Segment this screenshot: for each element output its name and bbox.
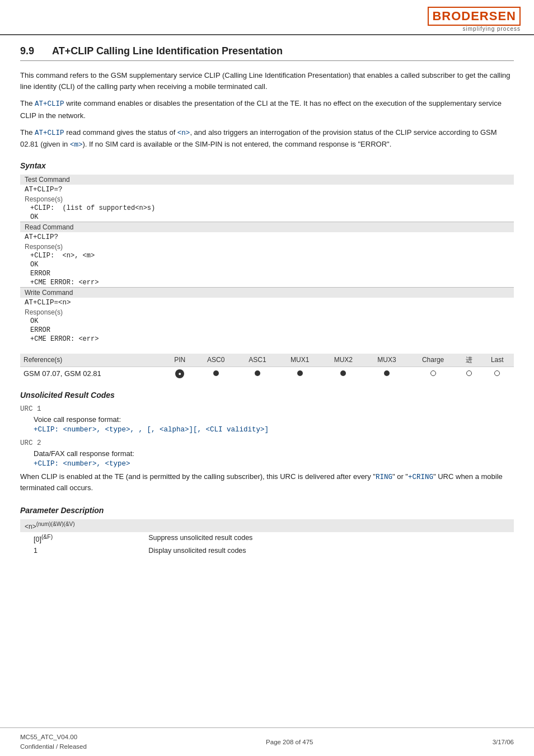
ref-col-charge: Charge xyxy=(409,354,458,367)
intro-para3-code: AT+CLIP xyxy=(35,129,64,137)
test-resp-label: Response(s) xyxy=(20,195,514,204)
urc2-body: When CLIP is enabled at the TE (and is p… xyxy=(20,471,514,494)
logo-box: BRODERSEN xyxy=(428,7,521,26)
urc2-code: +CLIP: <number>, <type> xyxy=(34,460,514,468)
page-footer: MC55_ATC_V04.00 Confidential / Released … xyxy=(0,727,534,757)
logo-name: BRODERSEN xyxy=(432,9,516,23)
ref-col-last: Last xyxy=(481,354,514,367)
ref-mux1-cell xyxy=(278,367,322,381)
ref-name: GSM 07.07, GSM 02.81 xyxy=(20,367,165,381)
param-n-val1-row: 1 Display unsolicited result codes xyxy=(20,545,514,556)
logo-sub: simplifying process xyxy=(428,26,521,32)
write-resp-label: Response(s) xyxy=(20,308,514,317)
urc1: URC 1 Voice call response format: +CLIP:… xyxy=(20,405,514,434)
mux1-circle xyxy=(297,370,303,376)
write-resp-error: ERROR xyxy=(20,326,514,335)
asc0-circle xyxy=(213,370,219,376)
read-resp-data1: +CLIP: <n>, <m> xyxy=(20,251,514,260)
param-n-header: <n>(num)(&W)(&V) xyxy=(20,519,514,532)
urc2-label: URC 2 xyxy=(20,439,514,447)
write-resp-header-row: Response(s) xyxy=(20,308,514,317)
last-circle xyxy=(494,370,500,376)
syntax-heading: Syntax xyxy=(20,161,514,170)
urc-heading: Unsolicited Result Codes xyxy=(20,391,514,400)
urc2-code-text: +CLIP: <number>, <type> xyxy=(34,460,130,468)
param-n-val0-desc: Suppress unsolicited result codes xyxy=(135,532,514,545)
ref-pin-cell: ● xyxy=(165,367,195,381)
param-n-header-row: <n>(num)(&W)(&V) xyxy=(20,519,514,532)
test-cmd-row: AT+CLIP=? xyxy=(20,185,514,195)
urc2-body-mid: " or " xyxy=(392,472,408,481)
ref-last-cell xyxy=(481,367,514,381)
param-n-val0-row: [0](&F) Suppress unsolicited result code… xyxy=(20,532,514,545)
read-cmd-header-row: Read Command xyxy=(20,222,514,232)
read-resp-ok: OK xyxy=(20,260,514,269)
intro-para3-end: ). If no SIM card is available or the SI… xyxy=(82,140,391,148)
write-resp-cme-text: +CME ERROR: <err> xyxy=(20,335,514,344)
pin-icon: ● xyxy=(175,369,184,378)
urc2: URC 2 Data/FAX call response format: +CL… xyxy=(20,439,514,494)
footer-doc-id: MC55_ATC_V04.00 xyxy=(20,732,87,742)
read-resp-cme-text: +CME ERROR: <err> xyxy=(20,278,514,288)
urc2-cring-code: +CRING xyxy=(408,473,433,481)
intro-para3-code2: <n> xyxy=(177,129,190,137)
logo-area: BRODERSEN simplifying process xyxy=(428,7,521,32)
param-n-val1: 1 xyxy=(20,545,135,556)
param-n-val0-sup: (&F) xyxy=(41,534,53,540)
icon-circle xyxy=(466,370,472,376)
ref-icon-cell xyxy=(458,367,481,381)
test-cmd-header-row: Test Command xyxy=(20,175,514,185)
intro-para2-code: AT+CLIP xyxy=(35,100,64,108)
write-resp-cme: +CME ERROR: <err> xyxy=(20,335,514,344)
intro-para3: The AT+CLIP read command gives the statu… xyxy=(20,127,514,151)
test-resp-data1-text: +CLIP: (list of supported<n>s) xyxy=(20,204,514,213)
write-cmd-row: AT+CLIP=<n> xyxy=(20,298,514,308)
page-header: BRODERSEN simplifying process xyxy=(0,0,534,35)
param-n-val1-desc: Display unsolicited result codes xyxy=(135,545,514,556)
footer-date: 3/17/06 xyxy=(493,739,514,745)
write-cmd-text: AT+CLIP=<n> xyxy=(20,298,514,308)
ref-asc1-cell xyxy=(237,367,278,381)
read-cmd-text: AT+CLIP? xyxy=(20,232,514,242)
urc1-code: +CLIP: <number>, <type>, , [, <alpha>][,… xyxy=(34,426,514,434)
section-number: 9.9 xyxy=(20,45,34,57)
test-resp-ok: OK xyxy=(20,213,514,222)
write-resp-ok: OK xyxy=(20,317,514,326)
urc1-code-text: +CLIP: <number>, <type>, , [, <alpha>][,… xyxy=(34,426,269,434)
urc2-desc: Data/FAX call response format: xyxy=(34,449,514,458)
param-heading: Parameter Description xyxy=(20,506,514,515)
ref-col-references: Reference(s) xyxy=(20,354,165,367)
read-cmd-header-label: Read Command xyxy=(20,222,514,232)
test-cmd-header-label: Test Command xyxy=(20,175,514,185)
intro-para3-suffix-prefix: read command gives the status of xyxy=(64,128,177,137)
footer-left: MC55_ATC_V04.00 Confidential / Released xyxy=(20,732,87,752)
section-heading: 9.9 AT+CLIP Calling Line Identification … xyxy=(20,45,514,61)
asc1-circle xyxy=(255,370,260,376)
test-resp-data1: +CLIP: (list of supported<n>s) xyxy=(20,204,514,213)
intro-para2-prefix: The xyxy=(20,99,35,107)
write-cmd-header-row: Write Command xyxy=(20,288,514,298)
ref-col-asc0: ASC0 xyxy=(195,354,237,367)
charge-circle xyxy=(430,370,436,376)
ref-col-icon: 进 xyxy=(458,354,481,367)
ref-col-mux1: MUX1 xyxy=(278,354,322,367)
param-n-val0: [0](&F) xyxy=(20,532,135,545)
ref-asc0-cell xyxy=(195,367,237,381)
write-cmd-header-label: Write Command xyxy=(20,288,514,298)
section-title: AT+CLIP Calling Line Identification Pres… xyxy=(52,45,283,57)
ref-mux2-cell xyxy=(322,367,366,381)
read-resp-error: ERROR xyxy=(20,269,514,278)
ref-data-row: GSM 07.07, GSM 02.81 ● xyxy=(20,367,514,381)
intro-para2: The AT+CLIP write command enables or dis… xyxy=(20,98,514,121)
urc1-label: URC 1 xyxy=(20,405,514,413)
param-table: <n>(num)(&W)(&V) [0](&F) Suppress unsoli… xyxy=(20,519,514,556)
read-resp-label: Response(s) xyxy=(20,242,514,251)
test-resp-ok-text: OK xyxy=(20,213,514,222)
read-resp-data1-text: +CLIP: <n>, <m> xyxy=(20,251,514,260)
read-resp-ok-text: OK xyxy=(20,260,514,269)
footer-page: Page 208 of 475 xyxy=(266,739,313,745)
ref-col-mux2: MUX2 xyxy=(322,354,366,367)
urc2-body-prefix: When CLIP is enabled at the TE (and is p… xyxy=(20,472,376,481)
urc1-desc: Voice call response format: xyxy=(34,415,514,424)
main-content: 9.9 AT+CLIP Calling Line Identification … xyxy=(0,35,534,575)
